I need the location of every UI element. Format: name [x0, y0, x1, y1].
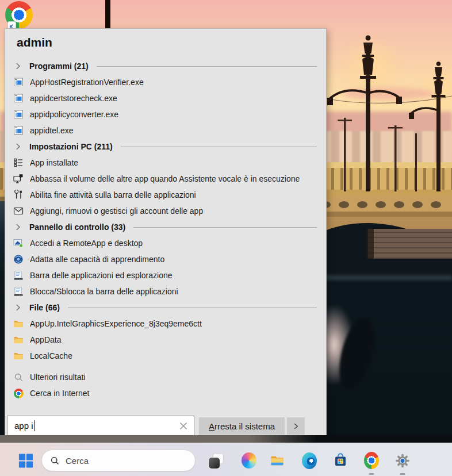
section-header-files[interactable]: File (66): [5, 300, 326, 316]
result-label: Barra delle applicazioni ed esplorazione: [30, 271, 173, 280]
result-item[interactable]: AppUp.IntelGraphicsExperience_8j3eq9eme6…: [5, 316, 326, 332]
section-header-control-panel[interactable]: Pannello di controllo (33): [5, 219, 326, 235]
lamppost-pole: [105, 0, 110, 31]
result-item[interactable]: AppData: [5, 332, 326, 348]
result-label: appidpolicyconverter.exe: [30, 110, 118, 119]
chevron-right-icon: [14, 223, 22, 231]
folder-icon: [13, 351, 24, 361]
result-item[interactable]: Accedi a RemoteApp e desktop: [5, 235, 326, 251]
result-item[interactable]: LocalCache: [5, 348, 326, 364]
folder-icon: [13, 318, 24, 329]
section-label: Pannello di controllo (33): [29, 222, 125, 232]
microsoft-store-button[interactable]: [330, 450, 351, 471]
result-item[interactable]: App installate: [5, 155, 326, 171]
lamppost-silhouettes: [322, 29, 452, 198]
user-title: admin: [17, 36, 326, 49]
menu-search-input[interactable]: app i: [7, 416, 194, 436]
shutdown-button[interactable]: Arresta il sistema: [199, 417, 285, 435]
result-label: LocalCache: [30, 351, 72, 360]
clear-search-icon[interactable]: [178, 421, 189, 431]
chevron-right-icon: [14, 304, 22, 312]
result-label: AppHostRegistrationVerifier.exe: [30, 78, 144, 87]
search-query-text: app i: [14, 421, 33, 431]
store-icon: [333, 452, 348, 469]
shutdown-options-button[interactable]: [287, 417, 305, 435]
result-label: appidtel.exe: [30, 126, 74, 135]
desktop-strip: [0, 435, 452, 443]
taskbar-window-icon: [13, 286, 24, 297]
chrome-desktop-shortcut[interactable]: [5, 1, 33, 29]
shutdown-controls: Arresta il sistema: [199, 417, 305, 435]
result-item[interactable]: appidtel.exe: [5, 122, 326, 139]
water-reflection-line: [320, 275, 452, 281]
search-internet-item[interactable]: Cerca in Internet: [5, 385, 326, 401]
exe-window-icon: [13, 125, 24, 136]
mail-icon: [13, 206, 24, 216]
result-item[interactable]: appidcertstorecheck.exe: [5, 90, 326, 106]
running-indicator: [400, 473, 405, 475]
result-item[interactable]: Blocca/Sblocca la barra delle applicazio…: [5, 283, 326, 300]
section-header-pc-settings[interactable]: Impostazioni PC (211): [5, 139, 326, 155]
file-explorer-icon: [270, 452, 285, 469]
start-button[interactable]: [15, 450, 37, 471]
result-item[interactable]: appidpolicyconverter.exe: [5, 106, 326, 122]
result-label: Aggiungi, rimuovi o gestisci gli account…: [30, 206, 203, 216]
result-label: Cerca in Internet: [30, 389, 90, 398]
chrome-button[interactable]: [361, 450, 382, 471]
file-explorer-button[interactable]: [266, 450, 288, 471]
results-list: Programmi (21) AppHostRegistrationVerifi…: [5, 58, 326, 401]
more-results-item[interactable]: Ulteriori risultati: [5, 369, 326, 385]
result-item[interactable]: AppHostRegistrationVerifier.exe: [5, 74, 326, 90]
task-view-button[interactable]: [205, 450, 227, 471]
result-item[interactable]: Abilita fine attività sulla barra delle …: [5, 187, 326, 203]
screen: admin Programmi (21) AppHostRegistration…: [0, 0, 452, 476]
result-label: appidcertstorecheck.exe: [30, 94, 117, 103]
taskbar-window-icon: [13, 270, 24, 281]
result-label: AppUp.IntelGraphicsExperience_8j3eq9eme6…: [30, 319, 202, 328]
section-divider: [121, 147, 317, 147]
chevron-right-icon: [14, 143, 22, 151]
task-view-icon: [209, 453, 224, 469]
windows-logo-icon: [18, 453, 33, 469]
text-caret: [35, 420, 35, 431]
result-label: App installate: [30, 158, 78, 167]
result-item[interactable]: Abbassa il volume delle altre app quando…: [5, 171, 326, 187]
result-label: Blocca/Sblocca la barra delle applicazio…: [30, 287, 178, 296]
running-indicator: [369, 473, 374, 475]
search-icon: [50, 456, 60, 466]
section-header-programs[interactable]: Programmi (21): [5, 58, 326, 74]
folder-icon: [13, 335, 24, 345]
copilot-button[interactable]: [238, 450, 260, 471]
ease-of-access-icon: [13, 254, 24, 264]
result-label: AppData: [30, 335, 61, 344]
taskbar-search-label: Cerca: [66, 456, 89, 466]
exe-window-icon: [13, 77, 24, 87]
chrome-icon: [13, 388, 24, 398]
section-label: Programmi (21): [29, 62, 89, 71]
result-item[interactable]: Aggiungi, rimuovi o gestisci gli account…: [5, 203, 326, 219]
installed-apps-icon: [13, 158, 24, 168]
exe-window-icon: [13, 93, 24, 103]
copilot-icon: [242, 452, 256, 469]
taskbar-search[interactable]: Cerca: [41, 450, 196, 471]
section-divider: [97, 66, 317, 67]
result-label: Adatta alle capacità di apprendimento: [30, 255, 164, 264]
start-menu-search-panel: admin Programmi (21) AppHostRegistration…: [5, 28, 327, 438]
exe-window-icon: [13, 109, 24, 120]
edge-icon: [302, 452, 317, 469]
result-item[interactable]: Adatta alle capacità di apprendimento: [5, 251, 326, 267]
settings-gear-icon: [395, 452, 410, 470]
settings-button[interactable]: [392, 450, 413, 471]
result-label: Abbassa il volume delle altre app quando…: [30, 174, 300, 183]
section-label: Impostazioni PC (211): [29, 142, 113, 151]
result-item[interactable]: Barra delle applicazioni ed esplorazione: [5, 267, 326, 283]
section-label: File (66): [29, 303, 60, 312]
section-divider: [68, 308, 317, 308]
tools-icon: [13, 190, 24, 200]
narrator-monitor-icon: [13, 174, 24, 184]
result-label: Abilita fine attività sulla barra delle …: [30, 190, 196, 199]
result-label: Ulteriori risultati: [30, 373, 85, 382]
result-label: Accedi a RemoteApp e desktop: [30, 239, 143, 248]
section-divider: [133, 227, 317, 228]
edge-button[interactable]: [298, 450, 320, 471]
